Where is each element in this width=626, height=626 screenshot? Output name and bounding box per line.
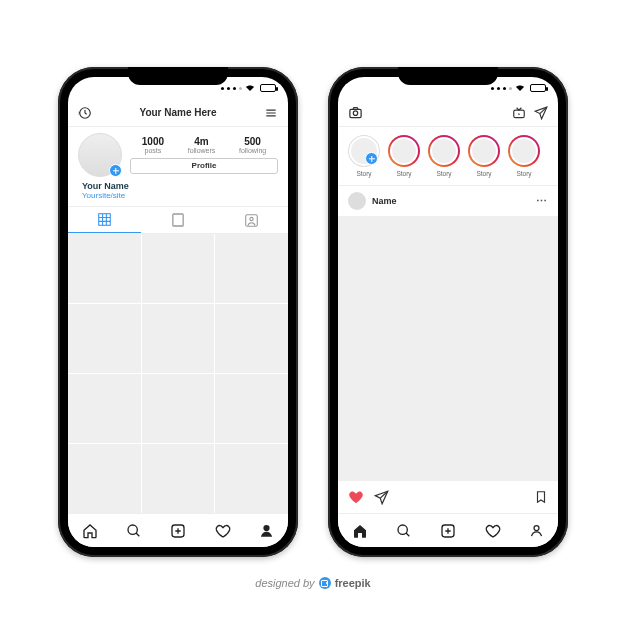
nav-add-icon[interactable]	[170, 523, 186, 539]
grid-cell[interactable]	[142, 444, 215, 513]
svg-point-12	[128, 525, 137, 534]
svg-point-17	[263, 525, 269, 531]
story-ring	[388, 135, 420, 167]
grid-icon	[98, 213, 111, 226]
grid-cell[interactable]	[215, 234, 288, 303]
story-ring	[348, 135, 380, 167]
story-label: Story	[396, 170, 411, 177]
profile-title: Your Name Here	[92, 107, 264, 118]
post-image[interactable]	[338, 216, 558, 481]
menu-icon[interactable]	[264, 106, 278, 120]
nav-search-icon[interactable]	[396, 523, 412, 539]
notch	[398, 67, 498, 85]
post-header: Name ⋯	[338, 186, 558, 216]
tagged-icon	[245, 214, 258, 227]
profile-tabs	[68, 206, 288, 234]
grid-cell[interactable]	[68, 374, 141, 443]
feed-icon	[172, 213, 184, 227]
story-ring	[428, 135, 460, 167]
phone-feed: StoryStoryStoryStoryStory Name ⋯	[328, 67, 568, 557]
post-avatar[interactable]	[348, 192, 366, 210]
story-item[interactable]: Story	[428, 135, 460, 177]
svg-rect-9	[173, 214, 183, 226]
wifi-icon	[245, 84, 255, 92]
profile-topbar: Your Name Here	[68, 99, 288, 127]
add-story-badge[interactable]	[109, 164, 122, 177]
svg-point-11	[250, 217, 253, 220]
credit-prefix: designed by	[255, 577, 314, 589]
bottom-nav	[338, 513, 558, 547]
tab-grid[interactable]	[68, 207, 141, 233]
camera-icon[interactable]	[348, 105, 363, 120]
stories-row[interactable]: StoryStoryStoryStoryStory	[338, 127, 558, 186]
story-ring	[508, 135, 540, 167]
svg-rect-4	[99, 214, 111, 226]
like-icon[interactable]	[348, 489, 364, 505]
story-label: Story	[476, 170, 491, 177]
profile-grid	[68, 234, 288, 513]
story-label: Story	[516, 170, 531, 177]
bottom-nav	[68, 513, 288, 547]
nav-home-icon[interactable]	[352, 523, 368, 539]
nav-home-icon[interactable]	[82, 523, 98, 539]
notch	[128, 67, 228, 85]
tv-icon[interactable]	[512, 106, 526, 120]
grid-cell[interactable]	[142, 304, 215, 373]
grid-cell[interactable]	[142, 234, 215, 303]
stat-followers[interactable]: 4m followers	[188, 136, 216, 154]
credit-line: designed by freepik	[255, 577, 370, 589]
freepik-logo-icon	[319, 577, 331, 589]
battery-icon	[530, 84, 546, 92]
grid-cell[interactable]	[215, 304, 288, 373]
story-label: Story	[436, 170, 451, 177]
profile-avatar[interactable]	[78, 133, 122, 177]
story-ring	[468, 135, 500, 167]
credit-brand: freepik	[335, 577, 371, 589]
svg-point-28	[534, 526, 539, 531]
post-author[interactable]: Name	[372, 196, 530, 206]
grid-cell[interactable]	[142, 374, 215, 443]
profile-button[interactable]: Profile	[130, 158, 278, 174]
svg-line-13	[136, 533, 139, 536]
svg-line-24	[406, 533, 409, 536]
stat-posts[interactable]: 1000 posts	[142, 136, 164, 154]
nav-heart-icon[interactable]	[215, 523, 231, 539]
feed-topbar	[338, 99, 558, 127]
tab-feed[interactable]	[141, 207, 214, 233]
nav-add-icon[interactable]	[440, 523, 456, 539]
grid-cell[interactable]	[68, 304, 141, 373]
grid-cell[interactable]	[215, 444, 288, 513]
add-story-badge[interactable]	[365, 152, 378, 165]
profile-site[interactable]: Yoursite/site	[82, 191, 274, 200]
wifi-icon	[515, 84, 525, 92]
phone-profile: Your Name Here 1000 posts	[58, 67, 298, 557]
post-more-icon[interactable]: ⋯	[536, 195, 548, 208]
battery-icon	[260, 84, 276, 92]
stat-following[interactable]: 500 following	[239, 136, 266, 154]
grid-cell[interactable]	[68, 444, 141, 513]
svg-point-23	[398, 525, 407, 534]
grid-cell[interactable]	[215, 374, 288, 443]
archive-icon[interactable]	[78, 106, 92, 120]
tab-tagged[interactable]	[215, 207, 288, 233]
nav-heart-icon[interactable]	[485, 523, 501, 539]
story-item[interactable]: Story	[388, 135, 420, 177]
story-item[interactable]: Story	[468, 135, 500, 177]
story-item[interactable]: Story	[348, 135, 380, 177]
post-actions	[338, 481, 558, 513]
nav-profile-icon[interactable]	[259, 523, 274, 538]
nav-profile-icon[interactable]	[529, 523, 544, 538]
nav-search-icon[interactable]	[126, 523, 142, 539]
bookmark-icon[interactable]	[534, 489, 548, 505]
share-icon[interactable]	[374, 490, 389, 505]
svg-point-19	[353, 111, 357, 115]
send-icon[interactable]	[534, 106, 548, 120]
story-item[interactable]: Story	[508, 135, 540, 177]
grid-cell[interactable]	[68, 234, 141, 303]
profile-name: Your Name	[82, 181, 274, 191]
story-label: Story	[356, 170, 371, 177]
